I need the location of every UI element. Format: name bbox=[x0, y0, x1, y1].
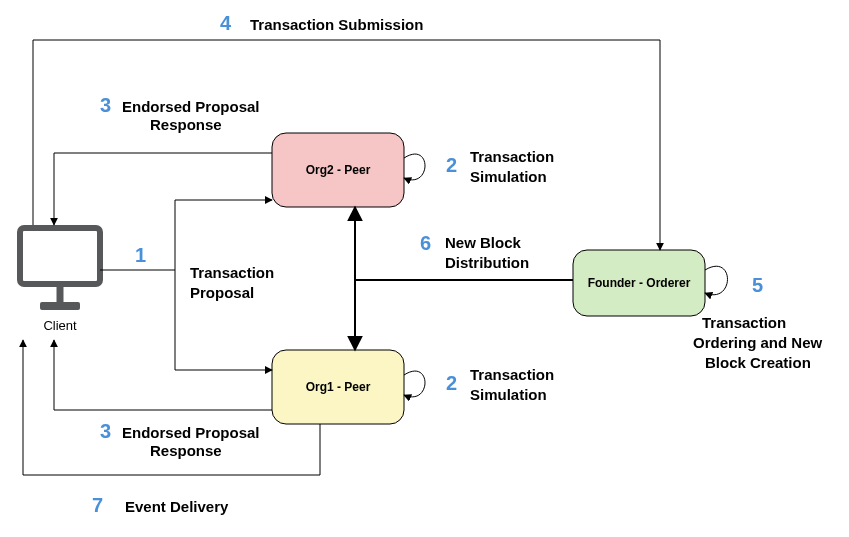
step2a-label2: Simulation bbox=[470, 168, 547, 185]
org2-peer-label: Org2 - Peer bbox=[306, 163, 371, 177]
arrow-endorse-org1 bbox=[54, 340, 272, 410]
step6-label2: Distribution bbox=[445, 254, 529, 271]
step6-num: 6 bbox=[420, 232, 431, 254]
orderer-label: Founder - Orderer bbox=[588, 276, 691, 290]
client-icon bbox=[20, 228, 100, 310]
step1-num: 1 bbox=[135, 244, 146, 266]
step2b-label1: Transaction bbox=[470, 366, 554, 383]
step2b-label2: Simulation bbox=[470, 386, 547, 403]
step3a-label2: Response bbox=[150, 116, 222, 133]
client-label: Client bbox=[43, 318, 77, 333]
step3b-num: 3 bbox=[100, 420, 111, 442]
step5-label1: Transaction bbox=[702, 314, 786, 331]
step4-num: 4 bbox=[220, 12, 232, 34]
step3a-num: 3 bbox=[100, 94, 111, 116]
step6-label1: New Block bbox=[445, 234, 522, 251]
step5-label2: Ordering and New bbox=[693, 334, 823, 351]
step4-label: Transaction Submission bbox=[250, 16, 423, 33]
svg-rect-0 bbox=[20, 228, 100, 284]
step2a-num: 2 bbox=[446, 154, 457, 176]
step1-label1: Transaction bbox=[190, 264, 274, 281]
step3b-label2: Response bbox=[150, 442, 222, 459]
step3a-label1: Endorsed Proposal bbox=[122, 98, 260, 115]
selfloop-org1 bbox=[404, 371, 425, 397]
arrow-proposal-org2 bbox=[100, 200, 272, 270]
step3b-label1: Endorsed Proposal bbox=[122, 424, 260, 441]
step5-num: 5 bbox=[752, 274, 763, 296]
step2b-num: 2 bbox=[446, 372, 457, 394]
step1-label2: Proposal bbox=[190, 284, 254, 301]
selfloop-orderer bbox=[705, 266, 728, 295]
step7-label: Event Delivery bbox=[125, 498, 229, 515]
step7-num: 7 bbox=[92, 494, 103, 516]
selfloop-org2 bbox=[404, 154, 425, 180]
org1-peer-label: Org1 - Peer bbox=[306, 380, 371, 394]
arrow-endorse-org2 bbox=[54, 153, 272, 225]
svg-rect-2 bbox=[40, 302, 80, 310]
step5-label3: Block Creation bbox=[705, 354, 811, 371]
step2a-label1: Transaction bbox=[470, 148, 554, 165]
